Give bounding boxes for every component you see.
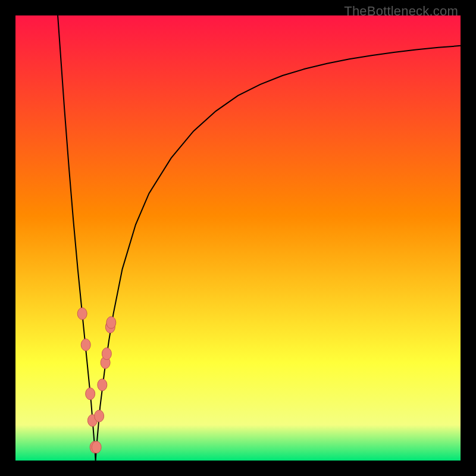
data-marker [92, 441, 101, 453]
chart-frame: TheBottleneck.com [0, 0, 476, 476]
data-marker [102, 347, 111, 359]
data-marker [107, 317, 116, 328]
data-marker [86, 388, 95, 400]
data-marker [95, 410, 104, 422]
data-marker [81, 339, 90, 351]
watermark-text: TheBottleneck.com [344, 4, 458, 19]
plot-area [15, 15, 461, 461]
data-marker [98, 379, 107, 391]
bottleneck-chart [15, 15, 461, 461]
gradient-background [15, 15, 461, 461]
data-marker [77, 308, 87, 320]
